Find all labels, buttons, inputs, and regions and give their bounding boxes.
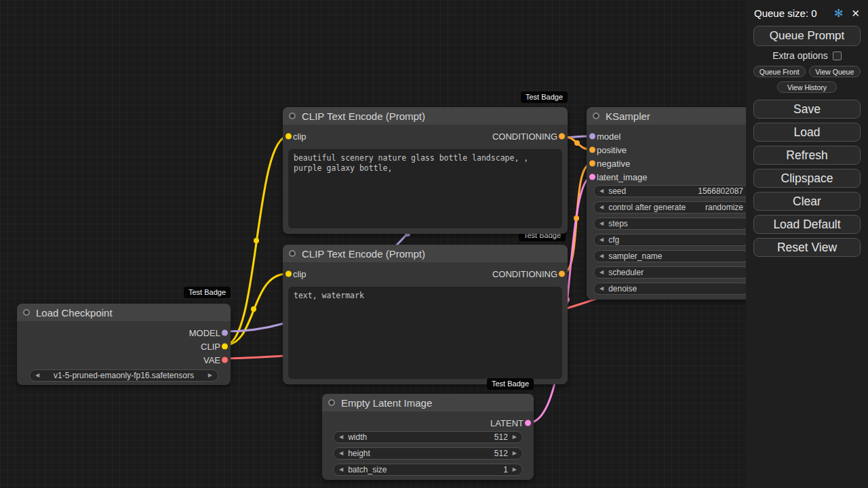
widget-label: batch_size <box>348 465 387 474</box>
test-badge: Test Badge <box>184 287 231 298</box>
clear-button[interactable]: Clear <box>753 192 861 211</box>
output-row-clip: CLIP <box>17 340 231 353</box>
refresh-button[interactable]: Refresh <box>753 146 861 165</box>
collapse-dot[interactable] <box>289 250 296 257</box>
arrow-right-icon[interactable]: ▶ <box>513 467 517 472</box>
view-queue-button[interactable]: View Queue <box>809 66 861 77</box>
output-slot-conditioning[interactable] <box>559 271 565 277</box>
arrow-left-icon[interactable]: ◀ <box>35 373 39 378</box>
ckpt-name-value: v1-5-pruned-emaonly-fp16.safetensors <box>44 371 203 380</box>
arrow-right-icon[interactable]: ▶ <box>513 434 517 440</box>
widget-seed[interactable]: ◀ seed 1566802087 <box>593 185 749 197</box>
node-titlebar[interactable]: CLIP Text Encode (Prompt) <box>283 245 568 262</box>
prompt-textarea[interactable]: beautiful scenery nature glass bottle la… <box>288 149 562 228</box>
node-titlebar[interactable]: Load Checkpoint <box>17 304 231 321</box>
widget-control-after-generate[interactable]: ◀ control after generate randomize <box>593 201 749 214</box>
view-history-button[interactable]: View History <box>777 81 837 93</box>
arrow-left-icon[interactable]: ◀ <box>599 205 604 210</box>
node-title: CLIP Text Encode (Prompt) <box>302 110 425 122</box>
node-title: CLIP Text Encode (Prompt) <box>302 248 425 260</box>
node-title: KSampler <box>606 110 650 122</box>
collapse-dot[interactable] <box>593 113 599 119</box>
output-slot-conditioning[interactable] <box>559 134 565 140</box>
node-clip-text-encode-negative: CLIP Text Encode (Prompt) clip CONDITION… <box>283 245 568 384</box>
settings-gear-icon[interactable]: ✻ <box>834 7 843 20</box>
widget-steps[interactable]: ◀ steps <box>593 218 749 230</box>
node-empty-latent-image: Empty Latent Image LATENT ◀ width 512 ▶ … <box>322 394 534 480</box>
widget-denoise[interactable]: ◀ denoise <box>593 283 749 295</box>
output-slot-model[interactable] <box>222 330 228 336</box>
output-label-vae: VAE <box>203 355 220 365</box>
slot-row: clip CONDITIONING <box>283 129 568 143</box>
ckpt-name-combo[interactable]: ◀ v1-5-pruned-emaonly-fp16.safetensors ▶ <box>29 369 218 382</box>
widget-value: 512 <box>489 449 508 458</box>
input-slot-clip[interactable] <box>285 271 292 277</box>
arrow-left-icon[interactable]: ◀ <box>339 451 343 456</box>
widget-batch-size[interactable]: ◀ batch_size 1 ▶ <box>333 464 523 476</box>
reset-view-button[interactable]: Reset View <box>753 238 861 257</box>
input-slot-negative[interactable] <box>589 161 595 167</box>
widget-value: randomize <box>700 203 743 212</box>
output-slot-latent[interactable] <box>525 420 531 426</box>
output-label-conditioning: CONDITIONING <box>492 269 557 279</box>
node-title: Empty Latent Image <box>341 397 432 409</box>
output-label-model: MODEL <box>189 328 220 338</box>
queue-prompt-button[interactable]: Queue Prompt <box>753 26 861 46</box>
input-slot-model[interactable] <box>589 134 595 140</box>
save-button[interactable]: Save <box>753 100 861 119</box>
widget-label: denoise <box>608 284 637 293</box>
input-label-model: model <box>597 131 620 142</box>
node-titlebar[interactable]: KSampler <box>587 107 756 125</box>
input-slot-clip[interactable] <box>285 134 292 140</box>
collapse-dot[interactable] <box>23 309 30 316</box>
arrow-right-icon[interactable]: ▶ <box>513 451 517 456</box>
close-icon[interactable]: ✕ <box>851 7 860 20</box>
output-label-conditioning: CONDITIONING <box>492 131 557 142</box>
widget-cfg[interactable]: ◀ cfg <box>593 234 749 246</box>
widget-label: sampler_name <box>608 251 662 261</box>
widget-label: cfg <box>608 235 619 245</box>
arrow-left-icon[interactable]: ◀ <box>599 253 604 259</box>
arrow-left-icon[interactable]: ◀ <box>599 237 604 243</box>
widget-height[interactable]: ◀ height 512 ▶ <box>333 447 523 460</box>
arrow-left-icon[interactable]: ◀ <box>599 221 604 226</box>
prompt-textarea[interactable]: text, watermark <box>288 287 562 379</box>
queue-size-label: Queue size: 0 <box>754 7 817 19</box>
arrow-left-icon[interactable]: ◀ <box>339 467 343 472</box>
widget-value: 1 <box>498 465 508 474</box>
input-label-clip: clip <box>293 269 307 279</box>
input-slot-latent-image[interactable] <box>589 174 595 180</box>
widget-sampler-name[interactable]: ◀ sampler_name <box>593 250 749 262</box>
widget-width[interactable]: ◀ width 512 ▶ <box>333 431 523 443</box>
node-title: Load Checkpoint <box>36 307 113 319</box>
node-titlebar[interactable]: CLIP Text Encode (Prompt) <box>283 107 568 125</box>
input-label-negative: negative <box>597 159 630 169</box>
arrow-right-icon[interactable]: ▶ <box>208 373 212 378</box>
node-titlebar[interactable]: Empty Latent Image <box>322 394 534 411</box>
output-slot-clip[interactable] <box>222 344 228 350</box>
load-default-button[interactable]: Load Default <box>753 215 861 234</box>
input-row-model: model <box>587 129 756 143</box>
input-slot-positive[interactable] <box>589 147 595 153</box>
widget-value: 512 <box>489 432 508 442</box>
load-button[interactable]: Load <box>753 123 861 142</box>
queue-front-button[interactable]: Queue Front <box>753 66 806 77</box>
arrow-left-icon[interactable]: ◀ <box>599 188 604 194</box>
test-badge: Test Badge <box>521 92 568 103</box>
output-label-latent: LATENT <box>490 418 524 428</box>
collapse-dot[interactable] <box>328 399 335 406</box>
output-row-latent: LATENT <box>322 416 534 430</box>
widget-scheduler[interactable]: ◀ scheduler <box>593 266 749 279</box>
collapse-dot[interactable] <box>289 113 296 119</box>
widget-label: height <box>348 449 370 458</box>
output-slot-vae[interactable] <box>222 357 228 363</box>
input-row-positive: positive <box>587 143 756 157</box>
arrow-left-icon[interactable]: ◀ <box>599 286 604 291</box>
extra-options-checkbox[interactable] <box>833 52 842 60</box>
test-badge: Test Badge <box>487 378 534 390</box>
clipspace-button[interactable]: Clipspace <box>753 169 861 188</box>
arrow-left-icon[interactable]: ◀ <box>339 434 343 440</box>
widget-label: scheduler <box>608 268 644 277</box>
arrow-left-icon[interactable]: ◀ <box>599 270 604 275</box>
node-ksampler: KSampler model positive negative latent_… <box>587 107 756 300</box>
